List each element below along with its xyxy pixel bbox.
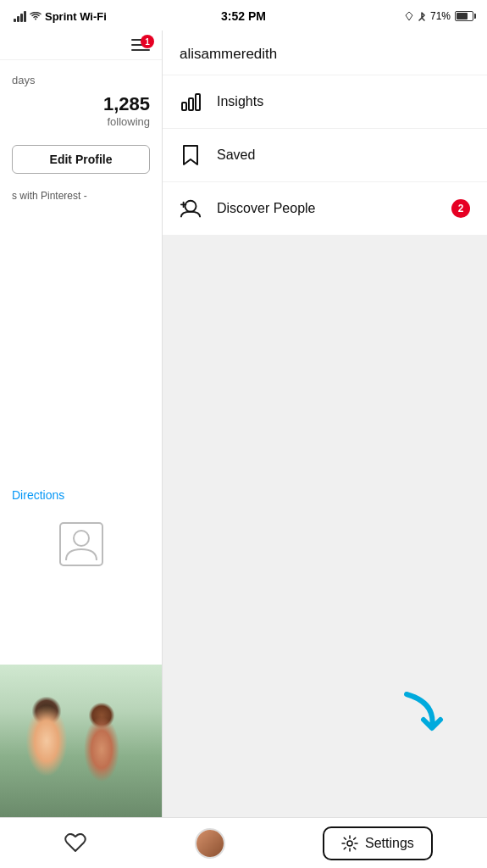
menu-item-saved[interactable]: Saved bbox=[163, 129, 487, 182]
status-indicators: 71% bbox=[405, 10, 473, 22]
right-panel-dropdown: alisammeredith Insights bbox=[163, 31, 487, 817]
following-stat: 1,285 following bbox=[12, 93, 150, 128]
bluetooth-icon bbox=[418, 11, 426, 21]
left-panel-profile: 1 days 1,285 following Edit Profile s wi… bbox=[0, 31, 163, 817]
location-icon bbox=[405, 11, 413, 21]
saved-label: Saved bbox=[217, 147, 255, 163]
svg-rect-2 bbox=[182, 103, 186, 110]
status-bar: Sprint Wi-Fi 3:52 PM 71% bbox=[0, 0, 487, 31]
svg-point-5 bbox=[185, 201, 196, 212]
menu-item-discover[interactable]: Discover People 2 bbox=[163, 182, 487, 236]
photo-grid bbox=[0, 665, 162, 817]
svg-point-1 bbox=[74, 531, 89, 546]
profile-stats: days 1,285 following bbox=[0, 60, 162, 136]
carrier-info: Sprint Wi-Fi bbox=[14, 10, 107, 23]
signal-icon bbox=[14, 11, 26, 22]
dropdown-username: alisammeredith bbox=[163, 31, 487, 75]
directions-link[interactable]: Directions bbox=[0, 481, 162, 509]
blue-arrow bbox=[394, 690, 445, 749]
days-label: days bbox=[12, 74, 150, 86]
add-person-icon bbox=[180, 198, 202, 220]
svg-point-8 bbox=[347, 841, 352, 846]
settings-button[interactable]: Settings bbox=[323, 826, 433, 860]
main-content: 1 days 1,285 following Edit Profile s wi… bbox=[0, 31, 487, 817]
svg-rect-4 bbox=[196, 94, 200, 110]
menu-button[interactable]: 1 bbox=[131, 39, 150, 51]
tab-avatar[interactable] bbox=[189, 822, 231, 865]
profile-image-placeholder bbox=[0, 509, 162, 576]
battery-percentage: 71% bbox=[430, 10, 451, 22]
notification-badge: 1 bbox=[141, 35, 154, 48]
insights-label: Insights bbox=[217, 94, 263, 109]
settings-gear-icon bbox=[341, 835, 358, 852]
bio-text: s with Pinterest - bbox=[0, 182, 162, 210]
battery-icon bbox=[455, 11, 473, 21]
dropdown-menu: alisammeredith Insights bbox=[163, 31, 487, 236]
status-time: 3:52 PM bbox=[221, 9, 266, 23]
menu-item-insights[interactable]: Insights bbox=[163, 75, 487, 129]
bookmark-icon bbox=[180, 144, 202, 166]
discover-label: Discover People bbox=[217, 201, 316, 216]
wifi-icon bbox=[30, 12, 42, 20]
tab-home[interactable] bbox=[54, 822, 97, 865]
tab-bar: Settings bbox=[0, 817, 487, 868]
svg-rect-3 bbox=[189, 98, 193, 110]
following-count: 1,285 bbox=[103, 93, 150, 115]
profile-photo bbox=[0, 665, 162, 817]
carrier-name: Sprint Wi-Fi bbox=[45, 10, 107, 23]
edit-profile-button[interactable]: Edit Profile bbox=[12, 145, 150, 174]
discover-badge: 2 bbox=[451, 199, 470, 218]
person-icon bbox=[59, 522, 103, 566]
insights-icon bbox=[180, 91, 202, 113]
heart-icon bbox=[64, 833, 86, 854]
settings-label: Settings bbox=[365, 836, 414, 851]
following-label: following bbox=[107, 115, 150, 128]
profile-header: 1 bbox=[0, 31, 162, 60]
